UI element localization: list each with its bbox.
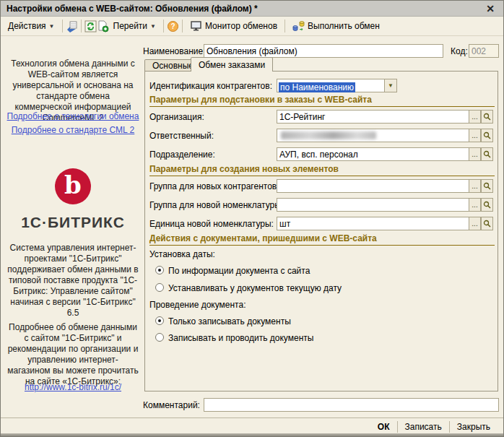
go-label: Перейти	[113, 21, 148, 31]
magnifier-icon	[483, 220, 491, 228]
new-unit-input[interactable]	[277, 217, 469, 230]
toolbar-separator	[81, 20, 82, 33]
responsible-magnifier-button[interactable]	[481, 129, 493, 142]
tab-order-exchange[interactable]: Обмен заказами	[191, 57, 273, 72]
responsible-label: Ответственный:	[149, 131, 214, 141]
section-order-substitution: Параметры для подстановки в заказы с WEB…	[149, 95, 495, 107]
radio-date-current-label: Устанавливать у документов текущую дату	[168, 283, 342, 293]
order-exchange-panel: Идентификация контрагентов: по Наименова…	[144, 71, 498, 391]
section-new-elements: Параметры для создания новых элементов	[149, 164, 495, 176]
identification-value: по Наименованию	[279, 82, 355, 92]
new-nomenclature-ellipsis-button[interactable]: ...	[469, 198, 481, 212]
write-button[interactable]: Записать	[398, 422, 449, 432]
toolbar-separator	[182, 20, 183, 33]
exchange-settings-window: Настройки обмена с WEB-сайтом: Обновлени…	[0, 0, 504, 437]
title-bar: Настройки обмена с WEB-сайтом: Обновлени…	[1, 1, 503, 17]
save-record-icon	[66, 20, 78, 33]
toolbar-separator	[163, 20, 164, 33]
code-input	[469, 44, 499, 58]
new-unit-ellipsis-button[interactable]: ...	[469, 217, 481, 230]
bitrix-logo-text: 1С·БИТРИКС	[4, 214, 142, 231]
footer-buttons: ОК Записать Закрыть	[370, 420, 498, 434]
link-about-cml[interactable]: Подробнее о стандарте CML 2	[6, 125, 139, 135]
code-field-label: Код:	[451, 46, 468, 56]
copy-new-button[interactable]	[97, 20, 109, 33]
exchange-monitor-button[interactable]: Монитор обменов	[186, 19, 282, 34]
chevron-down-icon: ▼	[49, 23, 55, 30]
toolbar-separator	[284, 20, 285, 33]
date-setting-label: Установка даты:	[149, 249, 215, 259]
new-contractors-group-label: Группа для новых контрагентов:	[149, 181, 279, 191]
radio-date-current[interactable]	[155, 283, 164, 292]
new-nomenclature-group-input[interactable]	[277, 198, 469, 212]
monitor-icon	[190, 21, 202, 32]
toolbar: Действия ▼	[1, 17, 503, 36]
department-ellipsis-button[interactable]: ...	[469, 147, 481, 161]
close-button[interactable]: Закрыть	[450, 422, 498, 432]
new-contractors-magnifier-button[interactable]	[481, 179, 493, 193]
refresh-button[interactable]	[84, 20, 97, 33]
exchange-icon	[292, 20, 305, 33]
department-input[interactable]	[277, 147, 469, 161]
document-add-icon	[97, 20, 109, 33]
execute-label: Выполнить обмен	[308, 21, 380, 31]
section-document-actions: Действия с документами, пришедшими с WEB…	[149, 233, 495, 246]
new-contractors-group-input[interactable]	[277, 179, 469, 193]
monitor-label: Монитор обменов	[205, 21, 277, 31]
sidebar: Технология обмена данными с WEB-сайтом я…	[4, 36, 142, 415]
identification-combobox[interactable]: по Наименованию	[277, 79, 385, 92]
chevron-down-icon: ▼	[388, 82, 394, 89]
comment-input[interactable]	[204, 398, 499, 412]
new-nomenclature-magnifier-button[interactable]	[481, 198, 493, 212]
radio-date-from-site[interactable]	[155, 266, 164, 274]
new-nomenclature-group-label: Группа для новой номенклатуры:	[149, 200, 283, 210]
chevron-down-icon: ▼	[150, 23, 156, 30]
execute-exchange-button[interactable]: Выполнить обмен	[288, 18, 384, 35]
department-magnifier-button[interactable]	[481, 147, 493, 161]
radio-date-from-site-label: По информации документа с сайта	[168, 266, 310, 276]
toolbar-separator	[62, 20, 63, 33]
ok-button[interactable]: ОК	[370, 422, 397, 432]
magnifier-icon	[483, 150, 491, 158]
responsible-ellipsis-button[interactable]: ...	[469, 129, 481, 142]
name-field-label: Наименование:	[143, 46, 206, 56]
actions-menu-button[interactable]: Действия ▼	[4, 19, 59, 33]
organization-magnifier-button[interactable]	[481, 110, 493, 124]
magnifier-icon	[483, 182, 491, 190]
organization-label: Организация:	[149, 112, 204, 122]
magnifier-icon	[483, 131, 491, 139]
link-bitrix-url[interactable]: http://www.1c-bitrix.ru/1c/	[6, 382, 139, 392]
identification-label: Идентификация контрагентов:	[149, 81, 272, 91]
save-record-button[interactable]	[66, 20, 78, 33]
organization-input[interactable]	[277, 110, 469, 124]
help-button[interactable]: ?	[167, 20, 179, 33]
window-title: Настройки обмена с WEB-сайтом: Обновлени…	[6, 4, 483, 14]
new-unit-magnifier-button[interactable]	[481, 217, 493, 230]
radio-write-only-label: Только записывать документы	[168, 316, 291, 326]
sidebar-about-text: Система управления интернет-проектами "1…	[6, 243, 139, 319]
department-label: Подразделение:	[149, 150, 215, 160]
footer-separator	[1, 417, 503, 418]
bitrix-logo-icon: b	[55, 168, 91, 204]
help-icon: ?	[167, 20, 179, 33]
go-menu-button[interactable]: Перейти ▼	[109, 19, 160, 33]
posting-label: Проведение документа:	[149, 300, 246, 310]
magnifier-icon	[483, 201, 491, 209]
actions-label: Действия	[8, 21, 46, 31]
svg-text:?: ?	[170, 22, 175, 30]
new-unit-label: Единица новой номенклатуры:	[149, 219, 274, 229]
close-icon[interactable]: ✕	[483, 3, 498, 14]
identification-dropdown-button[interactable]: ▼	[384, 79, 397, 92]
new-contractors-ellipsis-button[interactable]: ...	[469, 179, 481, 193]
organization-ellipsis-button[interactable]: ...	[469, 110, 481, 124]
radio-write-only[interactable]	[155, 316, 164, 325]
name-input[interactable]	[204, 44, 443, 58]
magnifier-icon	[483, 113, 491, 121]
comment-label: Комментарий:	[143, 400, 200, 410]
link-about-technology[interactable]: Подробнее о технологии обмена	[6, 111, 139, 121]
responsible-redacted-value	[281, 131, 376, 139]
refresh-icon	[84, 20, 97, 33]
radio-write-and-post[interactable]	[155, 333, 164, 342]
radio-write-and-post-label: Записывать и проводить документы	[168, 333, 313, 343]
sidebar-more-text: Подробнее об обмене данными с сайтом "1С…	[6, 322, 139, 387]
